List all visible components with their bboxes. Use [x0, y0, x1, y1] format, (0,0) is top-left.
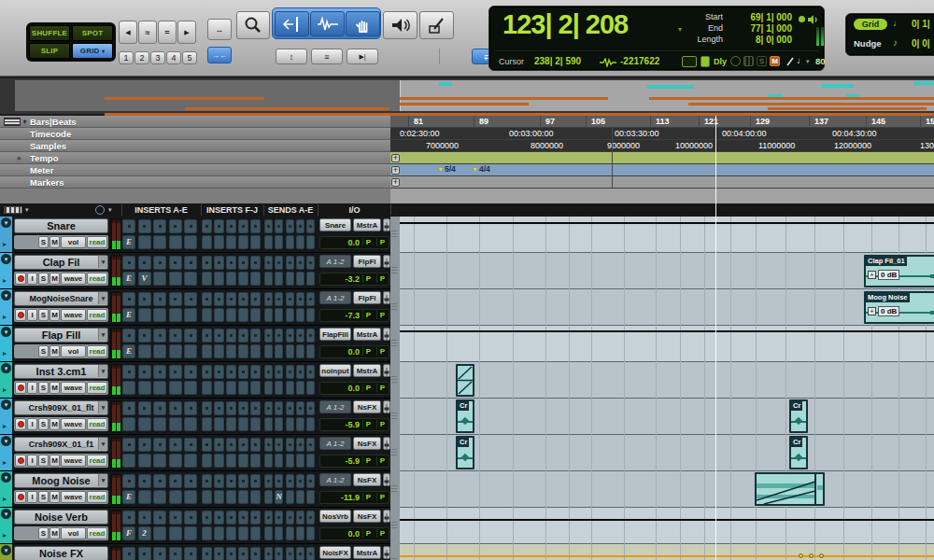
output-path-button[interactable]: NsFX	[353, 473, 381, 486]
volume-value[interactable]: 0.0	[322, 347, 360, 357]
insert-slot[interactable]	[153, 438, 166, 452]
insert-slot[interactable]	[184, 272, 197, 286]
insert-slot[interactable]	[184, 547, 197, 560]
output-window-button[interactable]	[383, 510, 390, 523]
insert-slot[interactable]	[138, 511, 151, 525]
insert-slot[interactable]	[153, 511, 166, 525]
send-slot[interactable]	[286, 511, 294, 525]
send-slot[interactable]	[296, 511, 304, 525]
insert-slot[interactable]	[250, 308, 261, 322]
insert-slot[interactable]	[226, 292, 236, 306]
insert-slot[interactable]	[238, 490, 248, 504]
clip-gain-value[interactable]: 0 dB	[878, 306, 899, 316]
insert-slot[interactable]	[169, 308, 182, 322]
track-name[interactable]: Noise Verb	[14, 510, 108, 525]
insert-slot[interactable]	[238, 308, 248, 322]
volume-value[interactable]: 0.0	[322, 238, 360, 247]
output-path-button[interactable]: FlpFl	[353, 255, 381, 268]
record-enable-button[interactable]	[15, 309, 26, 321]
insert-slot[interactable]	[214, 292, 224, 306]
clip-gain-node[interactable]	[795, 417, 802, 425]
insert-slot[interactable]: 2	[138, 526, 151, 540]
automation-breakpoint[interactable]	[809, 553, 814, 558]
insert-slot[interactable]	[138, 329, 151, 343]
insert-slot[interactable]	[226, 365, 236, 379]
send-slot[interactable]	[296, 256, 304, 270]
input-path-button[interactable]: NosVrb	[319, 510, 351, 523]
insert-slot[interactable]	[138, 256, 151, 270]
output-window-button[interactable]	[383, 473, 390, 486]
track-view-button[interactable]: vol	[61, 527, 86, 539]
send-slot[interactable]	[264, 511, 273, 525]
insert-slot[interactable]	[169, 417, 182, 431]
grid-value-button[interactable]: Grid	[854, 19, 887, 30]
send-slot[interactable]	[306, 272, 315, 286]
insert-slot[interactable]	[250, 329, 261, 343]
insert-slot[interactable]	[184, 511, 197, 525]
trimmer-tool-button[interactable]	[275, 11, 309, 36]
send-slot[interactable]	[296, 381, 304, 395]
insert-slot[interactable]	[138, 235, 151, 249]
output-window-button[interactable]	[383, 291, 390, 304]
insert-slot[interactable]	[169, 256, 182, 270]
insert-slot[interactable]	[153, 417, 166, 431]
nudge-note-icon[interactable]: ♪	[893, 37, 898, 48]
track-name-dropdown-icon[interactable]: ▾	[98, 256, 107, 268]
insert-slot[interactable]	[138, 454, 151, 468]
track-color-strip[interactable]: ▾▸	[0, 399, 12, 434]
send-slot[interactable]	[275, 454, 283, 468]
insert-slot[interactable]	[169, 401, 182, 415]
insert-slot[interactable]	[138, 490, 151, 504]
insert-slot[interactable]	[138, 381, 151, 395]
volume-automation-line[interactable]	[400, 519, 934, 521]
insert-slot[interactable]	[153, 381, 166, 395]
insert-slot[interactable]	[214, 308, 224, 322]
track-playlist-arrow-icon[interactable]: ▸	[3, 495, 7, 503]
audio-clip[interactable]	[456, 364, 474, 397]
insert-slot[interactable]	[250, 365, 261, 379]
grid-value[interactable]: 0| 1|	[912, 19, 930, 29]
track-name-dropdown-icon[interactable]: ▾	[98, 474, 107, 486]
zoom-preset-2-button[interactable]: 2	[134, 51, 149, 64]
sends-ae-header[interactable]: SENDS A-E	[264, 203, 317, 217]
insert-slot[interactable]	[184, 308, 197, 322]
input-path-button[interactable]: noinput	[319, 364, 351, 377]
insert-slot[interactable]: E	[122, 235, 135, 249]
track-color-strip[interactable]: ▾▸	[0, 362, 12, 398]
track-name[interactable]: Inst 3.cm1▾	[14, 364, 108, 379]
send-slot[interactable]	[275, 256, 283, 270]
insert-slot[interactable]	[238, 219, 248, 233]
send-slot[interactable]	[296, 438, 304, 452]
send-slot[interactable]	[296, 526, 304, 540]
track-playlist-arrow-icon[interactable]: ▸	[3, 349, 7, 357]
track-name[interactable]: Crsh909X_01_flt▾	[14, 400, 108, 415]
clip-gain-node[interactable]	[795, 454, 802, 461]
insert-slot[interactable]: F	[122, 526, 135, 540]
timeline-insertion-icon[interactable]	[682, 56, 697, 67]
mute-button[interactable]: M	[50, 382, 60, 394]
input-monitor-button[interactable]: I	[27, 491, 37, 503]
automation-mode-button[interactable]: read	[87, 345, 107, 357]
send-slot[interactable]	[296, 490, 304, 504]
zoomer-tool-button[interactable]	[236, 11, 270, 39]
insert-slot[interactable]	[202, 438, 212, 452]
send-slot[interactable]	[286, 219, 294, 233]
insert-slot[interactable]	[202, 547, 212, 560]
mute-button[interactable]: M	[50, 273, 60, 285]
insert-slot[interactable]: E	[122, 308, 135, 322]
output-window-button[interactable]	[383, 400, 390, 413]
send-slot[interactable]	[296, 365, 304, 379]
insert-slot[interactable]	[226, 438, 236, 452]
track-name-dropdown-icon[interactable]: ▾	[98, 365, 107, 377]
insert-slot[interactable]	[238, 438, 248, 452]
insert-slot[interactable]	[184, 365, 197, 379]
insert-slot[interactable]	[226, 329, 236, 343]
output-path-button[interactable]: NsFX	[353, 437, 381, 450]
insert-slot[interactable]	[169, 438, 182, 452]
insert-slot[interactable]	[238, 401, 248, 415]
insert-slot[interactable]	[214, 344, 224, 358]
clock-icon[interactable]	[95, 205, 105, 215]
insert-slot[interactable]	[202, 417, 212, 431]
insert-slot[interactable]	[250, 511, 261, 525]
track-color-strip[interactable]: ▾▸	[0, 217, 12, 252]
